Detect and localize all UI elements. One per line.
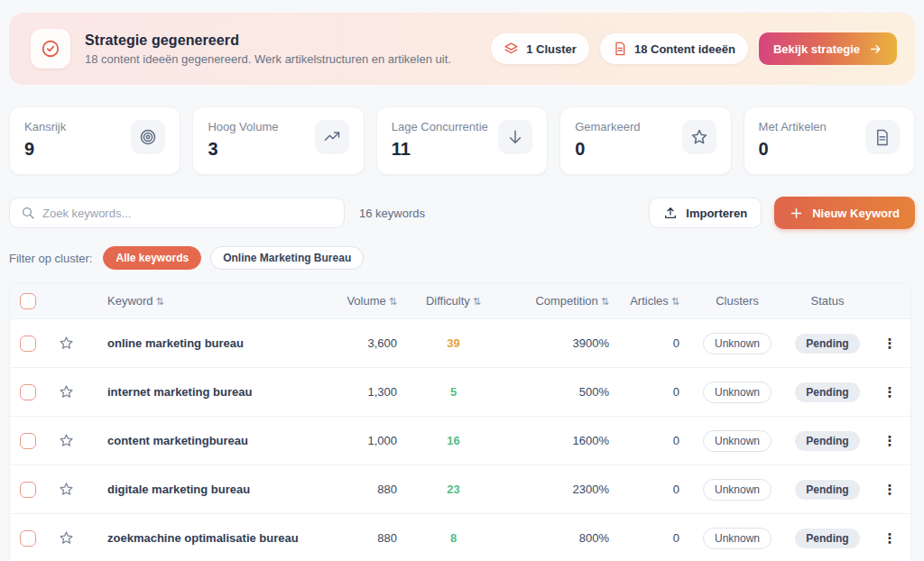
header-keyword-label: Keyword <box>107 294 153 308</box>
stat-value: 9 <box>24 139 66 160</box>
filter-chip-alle-keywords[interactable]: Alle keywords <box>103 246 201 270</box>
strategy-banner: Strategie gegenereerd 18 content ideeën … <box>9 13 915 85</box>
cluster-badge: Unknown <box>703 528 772 549</box>
import-label: Importeren <box>686 207 747 220</box>
keyword-count: 16 keywords <box>359 207 425 220</box>
header-difficulty[interactable]: Difficulty⇅ <box>406 294 501 308</box>
row-menu-button[interactable]: ⋮ <box>883 385 897 400</box>
table-row: online marketing bureau 3,600 39 3900% 0… <box>10 319 910 368</box>
row-checkbox[interactable] <box>20 433 36 449</box>
stat-card-hoog-volume[interactable]: Hoog Volume 3 <box>192 106 364 175</box>
difficulty-value: 23 <box>447 483 459 496</box>
target-icon <box>131 120 165 154</box>
articles-cell: 0 <box>618 483 688 496</box>
cluster-count-label: 1 Cluster <box>526 42 577 56</box>
volume-cell: 880 <box>311 483 406 496</box>
row-menu-button[interactable]: ⋮ <box>883 434 897 448</box>
select-all-checkbox[interactable] <box>20 293 36 309</box>
layers-icon <box>504 41 519 57</box>
sort-icon: ⇅ <box>601 296 609 307</box>
plus-icon <box>790 207 803 220</box>
keyword-cell[interactable]: online marketing bureau <box>86 336 311 350</box>
stat-label: Kansrijk <box>24 120 66 133</box>
row-menu-button[interactable]: ⋮ <box>883 531 897 546</box>
search-box[interactable] <box>9 198 345 228</box>
trending-up-icon <box>315 120 349 154</box>
status-badge: Pending <box>795 431 859 451</box>
row-checkbox[interactable] <box>20 482 36 498</box>
stat-card-met-artikelen[interactable]: Met Artikelen 0 <box>744 106 915 175</box>
keyword-cell[interactable]: internet marketing bureau <box>86 385 311 399</box>
stat-value: 0 <box>759 139 827 160</box>
banner-title: Strategie gegenereerd <box>85 32 451 49</box>
volume-cell: 3,600 <box>311 336 406 350</box>
keywords-toolbar: 16 keywords Importeren Nieuw Keyword <box>9 197 915 229</box>
star-icon <box>682 120 716 154</box>
row-checkbox[interactable] <box>20 530 36 547</box>
document-icon <box>865 120 900 154</box>
status-badge: Pending <box>795 480 859 500</box>
sort-icon: ⇅ <box>473 296 481 307</box>
header-volume[interactable]: Volume⇅ <box>311 294 406 308</box>
star-icon[interactable] <box>59 433 74 448</box>
check-circle-icon <box>31 29 70 69</box>
search-input[interactable] <box>42 207 333 220</box>
keyword-cell[interactable]: content marketingbureau <box>86 434 311 447</box>
star-icon[interactable] <box>59 482 74 497</box>
stat-card-kansrijk[interactable]: Kansrijk 9 <box>9 106 180 175</box>
cluster-badge: Unknown <box>703 430 772 452</box>
stat-label: Hoog Volume <box>208 120 278 133</box>
keyword-cell[interactable]: zoekmachine optimalisatie bureau <box>86 531 311 545</box>
view-strategy-button[interactable]: Bekijk strategie <box>759 32 897 65</box>
stat-card-gemarkeerd[interactable]: Gemarkeerd 0 <box>559 106 731 175</box>
new-keyword-button[interactable]: Nieuw Keyword <box>774 197 915 229</box>
view-strategy-label: Bekijk strategie <box>773 42 860 56</box>
content-ideas-label: 18 Content ideeën <box>634 42 735 56</box>
search-icon <box>21 206 35 220</box>
competition-cell: 500% <box>501 385 618 399</box>
header-clusters: Clusters <box>688 294 786 308</box>
articles-cell: 0 <box>618 385 688 399</box>
filter-chip-online-marketing-bureau[interactable]: Online Marketing Bureau <box>210 246 364 270</box>
volume-cell: 880 <box>311 531 406 545</box>
status-badge: Pending <box>795 334 859 354</box>
star-icon[interactable] <box>59 336 74 351</box>
new-keyword-label: Nieuw Keyword <box>812 207 900 220</box>
stats-row: Kansrijk 9 Hoog Volume 3 Lage Concurrent… <box>9 106 915 175</box>
row-checkbox[interactable] <box>20 384 36 400</box>
stat-card-lage-concurrentie[interactable]: Lage Concurrentie 11 <box>376 106 548 175</box>
keyword-cell[interactable]: digitale marketing bureau <box>86 483 311 496</box>
difficulty-value: 16 <box>447 434 459 447</box>
table-row: internet marketing bureau 1,300 5 500% 0… <box>10 368 910 417</box>
cluster-badge: Unknown <box>703 479 772 501</box>
import-button[interactable]: Importeren <box>649 198 762 228</box>
arrow-right-icon <box>869 42 882 56</box>
header-competition[interactable]: Competition⇅ <box>501 294 618 308</box>
sort-icon: ⇅ <box>389 296 397 307</box>
row-menu-button[interactable]: ⋮ <box>883 336 897 351</box>
header-keyword[interactable]: Keyword⇅ <box>86 294 311 308</box>
cluster-count-badge: 1 Cluster <box>491 33 589 64</box>
competition-cell: 2300% <box>501 483 618 496</box>
volume-cell: 1,300 <box>311 385 406 399</box>
competition-cell: 1600% <box>501 434 618 447</box>
star-icon[interactable] <box>59 530 74 546</box>
difficulty-value: 5 <box>450 385 457 399</box>
table-header-row: Keyword⇅ Volume⇅ Difficulty⇅ Competition… <box>10 283 910 319</box>
header-volume-label: Volume <box>346 294 385 308</box>
row-menu-button[interactable]: ⋮ <box>883 483 897 497</box>
keywords-table: Keyword⇅ Volume⇅ Difficulty⇅ Competition… <box>9 282 911 561</box>
filter-label: Filter op cluster: <box>9 252 92 265</box>
content-ideas-badge: 18 Content ideeën <box>600 33 748 64</box>
stat-value: 11 <box>392 139 488 160</box>
competition-cell: 800% <box>501 531 618 545</box>
star-icon[interactable] <box>59 384 74 400</box>
upload-icon <box>663 206 678 220</box>
header-competition-label: Competition <box>535 294 597 308</box>
sort-icon: ⇅ <box>671 296 679 307</box>
stat-value: 3 <box>208 139 278 160</box>
row-checkbox[interactable] <box>20 336 36 352</box>
header-articles[interactable]: Articles⇅ <box>618 294 688 308</box>
cluster-filter-row: Filter op cluster: Alle keywords Online … <box>9 246 915 270</box>
table-row: content marketingbureau 1,000 16 1600% 0… <box>10 417 910 465</box>
